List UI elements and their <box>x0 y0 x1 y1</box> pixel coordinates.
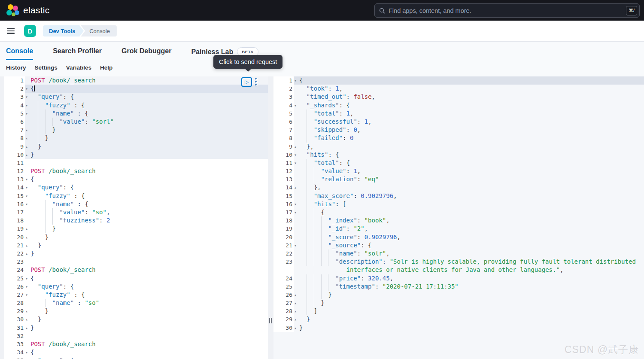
code-text[interactable]: ▾"hits": { <box>294 151 644 159</box>
code-line[interactable]: 19"_id": "2", <box>273 225 644 233</box>
code-line[interactable]: 35▾"query": { <box>4 356 268 359</box>
code-line[interactable]: 8▴} <box>4 134 268 142</box>
fold-toggle-icon[interactable]: ▾ <box>25 93 28 101</box>
code-line[interactable]: 27▴} <box>273 299 644 307</box>
code-text[interactable]: ▴] <box>294 307 644 315</box>
code-text[interactable]: ▴} <box>25 241 268 249</box>
code-text[interactable]: ▴} <box>294 299 644 307</box>
fold-toggle-icon[interactable]: ▾ <box>25 183 28 192</box>
code-line[interactable]: 27▾"fuzzy" : { <box>4 291 268 299</box>
code-text[interactable]: ▴} <box>25 315 268 323</box>
fold-toggle-icon[interactable]: ▾ <box>25 101 28 110</box>
code-text[interactable]: "name": "solr", <box>294 249 644 258</box>
resizer-grip-icon[interactable] <box>269 318 272 323</box>
code-text[interactable]: ▾"_shards": { <box>294 101 644 110</box>
fold-toggle-icon[interactable]: ▴ <box>25 151 28 159</box>
fold-toggle-icon[interactable]: ▴ <box>294 143 297 151</box>
code-text[interactable]: ▴} <box>294 315 644 323</box>
code-text[interactable]: "total": 1, <box>294 110 644 118</box>
code-line[interactable]: 13▾{ <box>4 175 268 183</box>
request-options-icon[interactable] <box>253 77 258 87</box>
code-line[interactable]: 19▴} <box>4 225 268 233</box>
fold-toggle-icon[interactable]: ▴ <box>294 307 297 315</box>
code-text[interactable]: interfaces or native clients for Java an… <box>294 266 644 274</box>
fold-toggle-icon[interactable]: ▾ <box>25 274 28 283</box>
fold-toggle-icon[interactable]: ▴ <box>294 315 297 323</box>
code-line[interactable]: 7▴} <box>4 126 268 134</box>
fold-toggle-icon[interactable]: ▾ <box>25 291 28 299</box>
code-text[interactable]: "value": "sorl" <box>25 118 268 126</box>
pane-resizer[interactable] <box>268 76 273 359</box>
code-line[interactable]: 26▾"query": { <box>4 283 268 291</box>
code-line[interactable]: 15"max_score": 0.9029796, <box>273 192 644 200</box>
fold-toggle-icon[interactable]: ▾ <box>25 175 28 183</box>
code-line[interactable]: 21▴} <box>4 241 268 249</box>
code-text[interactable]: "max_score": 0.9029796, <box>294 192 644 200</box>
code-line[interactable]: 22"name": "solr", <box>273 249 644 258</box>
code-line[interactable]: 20▴} <box>4 233 268 241</box>
code-text[interactable]: "_index": "book", <box>294 216 644 225</box>
code-line[interactable]: 2▾{ <box>4 85 268 93</box>
global-search[interactable]: ⌘/ <box>374 3 640 18</box>
code-line[interactable]: 30▴} <box>4 315 268 323</box>
code-text[interactable]: "took": 1, <box>294 85 644 93</box>
menu-variables[interactable]: Variables <box>66 64 91 71</box>
code-text[interactable]: ▾"fuzzy" : { <box>25 101 268 110</box>
code-line[interactable]: 9▴}, <box>273 143 644 151</box>
code-text[interactable]: ▾{ <box>25 85 268 93</box>
fold-toggle-icon[interactable]: ▴ <box>25 134 28 142</box>
code-line[interactable]: 13"relation": "eq" <box>273 175 644 183</box>
code-text[interactable]: ▴} <box>294 291 644 299</box>
code-line[interactable]: 17▾{ <box>273 208 644 216</box>
fold-toggle-icon[interactable]: ▴ <box>294 324 297 332</box>
code-text[interactable]: "successful": 1, <box>294 118 644 126</box>
code-line[interactable]: 14▴}, <box>273 183 644 192</box>
fold-toggle-icon[interactable]: ▾ <box>25 348 28 356</box>
breadcrumb-dev-tools[interactable]: Dev Tools <box>43 25 84 37</box>
code-line[interactable]: 33POST /book/_search <box>4 340 268 348</box>
code-line[interactable]: 7"skipped": 0, <box>273 126 644 134</box>
code-line[interactable]: 16▾"hits": [ <box>273 200 644 208</box>
code-text[interactable]: "fuzziness": 2 <box>25 216 268 225</box>
tab-grok-debugger[interactable]: Grok Debugger <box>122 47 171 59</box>
fold-toggle-icon[interactable]: ▴ <box>25 143 28 151</box>
code-text[interactable]: ▴} <box>25 126 268 134</box>
code-line[interactable]: 4▾"_shards": { <box>273 101 644 110</box>
code-line[interactable]: 29▴} <box>4 307 268 315</box>
code-text[interactable]: "description": "Solr is highly scalable,… <box>294 258 644 266</box>
code-line[interactable]: 10▴} <box>4 151 268 159</box>
code-text[interactable]: ▾{ <box>294 76 644 85</box>
code-text[interactable]: ▴} <box>294 324 644 332</box>
code-text[interactable]: ▾"fuzzy" : { <box>25 291 268 299</box>
menu-help[interactable]: Help <box>100 64 112 71</box>
code-line[interactable]: 20"_score": 0.9029796, <box>273 233 644 241</box>
code-text[interactable]: ▴} <box>25 233 268 241</box>
code-text[interactable]: ▾{ <box>294 208 644 216</box>
code-line[interactable]: 12POST /book/_search <box>4 167 268 175</box>
code-line[interactable]: 11 <box>4 159 268 167</box>
code-text[interactable]: ▴} <box>25 151 268 159</box>
code-line[interactable]: 18"fuzziness": 2 <box>4 216 268 225</box>
code-text[interactable]: "skipped": 0, <box>294 126 644 134</box>
fold-toggle-icon[interactable]: ▴ <box>25 315 28 323</box>
fold-toggle-icon[interactable]: ▴ <box>25 241 28 249</box>
code-line[interactable]: 18"_index": "book", <box>273 216 644 225</box>
fold-toggle-icon[interactable]: ▴ <box>25 324 28 332</box>
code-line[interactable]: 17"value": "so", <box>4 208 268 216</box>
code-text[interactable]: ▾"query": { <box>25 356 268 359</box>
code-line[interactable]: 10▾"hits": { <box>273 151 644 159</box>
code-line[interactable]: 12"value": 1, <box>273 167 644 175</box>
code-text[interactable] <box>25 332 268 340</box>
code-text[interactable]: ▴} <box>25 225 268 233</box>
code-text[interactable] <box>25 159 268 167</box>
code-text[interactable]: ▾{ <box>25 274 268 283</box>
code-line[interactable]: 16▾"name" : { <box>4 200 268 208</box>
code-line[interactable]: 9▴} <box>4 143 268 151</box>
fold-toggle-icon[interactable]: ▴ <box>25 249 28 258</box>
fold-toggle-icon[interactable]: ▾ <box>25 192 28 200</box>
code-line[interactable]: 11▾"total": { <box>273 159 644 167</box>
code-line[interactable]: 21▾"_source": { <box>273 241 644 249</box>
menu-history[interactable]: History <box>6 64 26 71</box>
code-text[interactable]: ▾{ <box>25 348 268 356</box>
code-text[interactable]: ▴} <box>25 249 268 258</box>
